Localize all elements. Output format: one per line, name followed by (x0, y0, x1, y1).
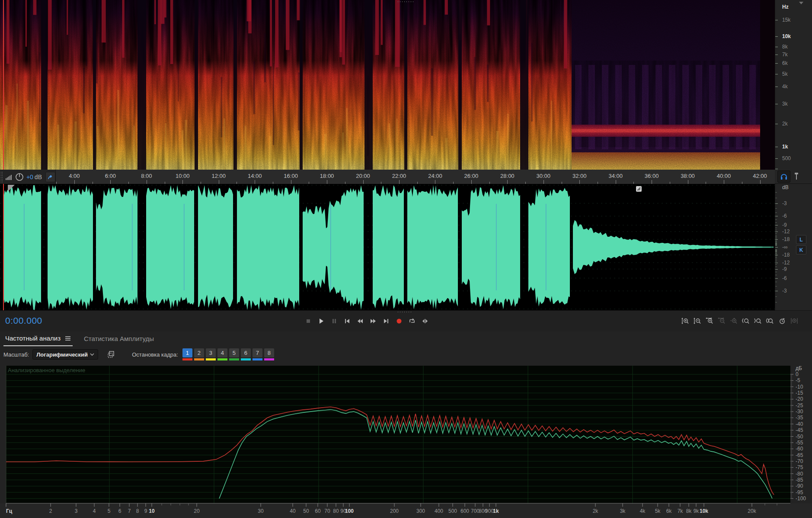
panel-options-icon[interactable] (65, 336, 71, 341)
zoom-out-horizontal-button[interactable] (716, 315, 727, 327)
amplitude-tick-minor (775, 251, 777, 251)
timeline-label: 28:00 (500, 173, 515, 179)
gain-knob-icon[interactable] (15, 172, 24, 182)
rewind-button[interactable] (355, 315, 366, 327)
zoom-full-icon (790, 317, 799, 325)
plot-overlay-label: Анализированное выделение (8, 367, 85, 373)
timeline-label: 30:00 (537, 173, 551, 179)
panel-resize-handle[interactable] (397, 1, 414, 3)
zoom-in-point-button[interactable] (740, 315, 751, 327)
headphones-icon (780, 173, 788, 180)
pause-button[interactable] (329, 315, 340, 327)
frequency-plot[interactable]: дБ0-5-10-15-20-25-30-35-40-45-50-55-60-6… (0, 366, 812, 518)
play-icon (318, 318, 325, 325)
analysis-tabs: Частотный анализ Статистика Амплитуды (0, 331, 812, 346)
play-button[interactable] (316, 315, 327, 327)
freeze-frame-button-4[interactable]: 4 (217, 348, 227, 360)
adjust-in-out-button[interactable] (419, 315, 431, 327)
waveform-image[interactable] (0, 184, 775, 310)
time-display[interactable]: 0:00.000 (5, 315, 42, 326)
amplitude-tick-minor (775, 275, 777, 275)
zoom-full-button[interactable] (789, 315, 800, 327)
toolbar-grip[interactable] (0, 171, 3, 183)
selection-handle-icon[interactable] (8, 185, 16, 193)
zoom-reset-button[interactable] (728, 315, 739, 327)
tab-frequency-analysis[interactable]: Частотный анализ (3, 331, 73, 346)
plot-x-tick-label: 2 (49, 508, 52, 514)
freeze-frame-button-7[interactable]: 7 (253, 348, 262, 360)
freeze-frame-button-5[interactable]: 5 (229, 348, 239, 360)
waveform-panel[interactable] (0, 184, 775, 310)
resize-grip-icon[interactable] (636, 186, 643, 193)
frequency-plot-image[interactable]: дБ0-5-10-15-20-25-30-35-40-45-50-55-60-6… (0, 366, 812, 518)
frequency-tick (775, 104, 778, 104)
plot-x-tick-label: 2k (593, 508, 599, 514)
frequency-tick-label: 4k (782, 84, 788, 90)
loop-button[interactable] (406, 315, 418, 327)
timeline-tick-major (543, 180, 544, 184)
timeline-tick-major (616, 180, 616, 184)
timeline-tick-major (652, 180, 652, 184)
timeline-label: 12:00 (211, 173, 226, 179)
freeze-frame-button-3[interactable]: 3 (206, 348, 216, 360)
record-button[interactable] (393, 315, 405, 327)
plot-y-tick-label: -15 (796, 390, 803, 396)
copy-graph-button[interactable] (106, 349, 116, 360)
timeline-tick-major (327, 180, 327, 184)
freeze-frame-number: 7 (253, 348, 262, 357)
amplitude-tick-minor (775, 235, 777, 235)
zoom-selection-button[interactable] (764, 315, 776, 327)
zoom-in-horizontal-button[interactable] (704, 315, 715, 327)
fast-forward-button[interactable] (368, 315, 379, 327)
amplitude-tick-minor (775, 245, 777, 246)
amplitude-tick (775, 239, 778, 240)
freeze-frame-button-8[interactable]: 8 (264, 348, 274, 360)
scale-dropdown[interactable]: Логарифмический (32, 349, 98, 360)
timeline-tick-major (363, 180, 364, 184)
amplitude-tick-minor (775, 296, 777, 297)
frequency-tick-label: 1k (782, 144, 788, 150)
metronome-pin-icon[interactable] (794, 172, 799, 181)
headphones-button[interactable] (777, 171, 790, 183)
zoom-in-vertical-icon (681, 317, 690, 325)
amplitude-tick-minor (775, 228, 777, 228)
freeze-frame-button-1[interactable]: 1 (182, 348, 192, 360)
panel-resize-handle[interactable] (397, 311, 412, 313)
level-meter-icon[interactable] (5, 174, 13, 180)
timeline-ruler[interactable]: 2:004:006:008:0010:0012:0014:0016:0018:0… (0, 170, 775, 184)
plot-x-tick-label: 500 (448, 508, 457, 514)
amplitude-tick-minor (775, 249, 777, 250)
freeze-frame-button-2[interactable]: 2 (194, 348, 204, 360)
amplitude-tick-minor (775, 302, 777, 302)
stop-button[interactable] (303, 315, 314, 327)
timeline-label: 42:00 (753, 173, 767, 179)
record-icon (396, 318, 403, 325)
channel-left-badge[interactable]: L (796, 235, 806, 244)
freeze-frame-button-6[interactable]: 6 (241, 348, 251, 360)
spectrogram-image[interactable] (0, 0, 775, 170)
zoom-out-vertical-button[interactable] (692, 315, 703, 327)
zoom-out-horizontal-icon (717, 317, 726, 325)
amplitude-tick-minor (775, 237, 777, 238)
zoom-in-vertical-button[interactable] (680, 315, 691, 327)
timeline-tick-major (219, 180, 219, 184)
channel-right-badge[interactable]: K (796, 245, 806, 254)
frequency-tick (775, 55, 778, 55)
amplitude-tick-minor (775, 272, 777, 272)
pin-button[interactable] (45, 172, 55, 182)
plot-x-tick-label: 1k (493, 508, 499, 514)
timeline-tick-major (399, 180, 400, 184)
frequency-tick (775, 124, 778, 124)
skip-back-button[interactable] (342, 315, 353, 327)
zoom-history-button[interactable] (777, 315, 788, 327)
spectrogram-panel[interactable] (0, 0, 775, 170)
frequency-tick (775, 47, 778, 47)
amplitude-tick-minor (775, 286, 777, 286)
gain-value[interactable]: +0 (26, 174, 33, 180)
plot-x-tick-label: 3k (620, 508, 626, 514)
tab-amplitude-statistics[interactable]: Статистика Амплитуды (82, 331, 156, 346)
zoom-out-point-button[interactable] (752, 315, 764, 327)
panel-menu-icon[interactable] (799, 2, 803, 4)
skip-forward-button[interactable] (380, 315, 392, 327)
frequency-tick-label: 3k (782, 101, 788, 107)
